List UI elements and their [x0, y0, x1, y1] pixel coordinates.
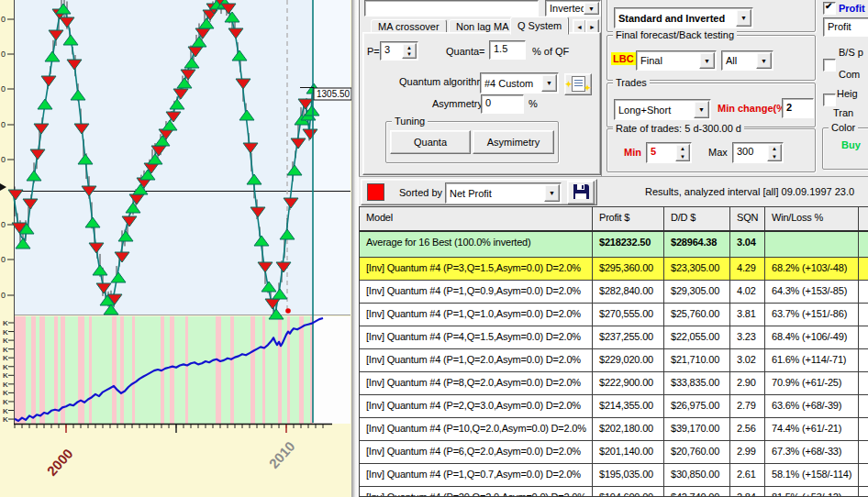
model-cell: [Inv] Quantum #4 (P=1,Q=0.9,Asym=0.0) D=…: [360, 281, 593, 303]
dd-cell: $25,760.00: [664, 304, 730, 326]
chevron-down-icon[interactable]: [544, 184, 560, 202]
algo-dropdown[interactable]: #4 Custom: [480, 72, 559, 94]
all-dropdown[interactable]: All: [721, 50, 773, 71]
tuning-quanta-button[interactable]: Quanta: [390, 130, 471, 154]
bs-points-checkbox[interactable]: [823, 59, 836, 72]
winloss-cell: 64.3% (+153/-85): [765, 281, 859, 303]
rate-of-trades-group: Rate of trades: 5 d-300.00 d Min 5 Max 3…: [606, 128, 816, 172]
svg-text:0: 0: [1, 220, 6, 229]
model-cell: [Inv] Quantum #4 (P=6,Q=2.0,Asym=0.0) D=…: [360, 441, 593, 463]
price-chart[interactable]: 00000000KKKKKKKKKKKK200020101305.50: [0, 0, 359, 497]
height-label: Heig: [837, 88, 858, 99]
inverted-dropdown[interactable]: Inverted: [545, 0, 601, 17]
table-header-row[interactable]: ModelProfit $D/D $SQNWin/Loss %: [360, 207, 868, 232]
chevron-down-icon[interactable]: [756, 52, 772, 69]
table-row[interactable]: [Inv] Quantum #4 (P=1,Q=0.9,Asym=0.0) D=…: [360, 281, 868, 304]
profit-checkbox[interactable]: [823, 2, 836, 15]
table-row[interactable]: [Inv] Quantum #4 (P=1,Q=1.0,Asym=0.0) D=…: [360, 304, 868, 326]
lbc-badge: LBC: [611, 52, 636, 65]
profit-cell: $194,600.00: [593, 487, 664, 497]
sort-marker-icon[interactable]: [367, 183, 384, 201]
table-row[interactable]: [Inv] Quantum #4 (P=10,Q=2.0,Asym=0.0) D…: [360, 418, 868, 441]
sqn-cell: 4.29: [730, 258, 765, 280]
sqn-header: SQN: [730, 207, 765, 230]
min-input[interactable]: 5: [646, 142, 692, 163]
transparency-label: Tran: [833, 107, 853, 118]
table-row-selected[interactable]: [Inv] Quantum #4 (P=3,Q=1.5,Asym=0.0) D=…: [360, 258, 868, 281]
query-input[interactable]: [364, 0, 539, 17]
quanta-input[interactable]: 1.5: [489, 40, 526, 60]
winloss-header: Win/Loss %: [765, 207, 859, 230]
profit-cell: $237,255.00: [593, 326, 664, 348]
chevron-down-icon[interactable]: [736, 9, 751, 27]
pane-splitter[interactable]: [351, 0, 359, 497]
tab-q-system[interactable]: Q System: [510, 17, 569, 35]
dd-cell: $28964.38: [664, 232, 730, 257]
final-forecast-group: Final forecast/Back testing LBC Final Al…: [606, 35, 816, 81]
p-spinner[interactable]: [402, 43, 417, 59]
empty-cell: [859, 281, 868, 303]
bs-points-label: B/S p: [839, 47, 863, 58]
chevron-down-icon[interactable]: [694, 101, 709, 118]
table-row[interactable]: [Inv] Quantum #4 (P=20,Q=2.0,Asym=0.0) D…: [360, 487, 868, 497]
max-spinner[interactable]: [767, 144, 782, 161]
min-spinner[interactable]: [675, 144, 690, 161]
p-input[interactable]: 3: [380, 41, 418, 61]
sqn-cell: 2.90: [730, 372, 765, 394]
table-row[interactable]: [Inv] Quantum #4 (P=6,Q=2.0,Asym=0.0) D=…: [360, 441, 868, 464]
chart-pane: 00000000KKKKKKKKKKKK200020101305.50: [0, 0, 359, 497]
table-row[interactable]: [Inv] Quantum #4 (P=8,Q=2.0,Asym=0.0) D=…: [360, 372, 868, 395]
svg-text:0: 0: [1, 84, 6, 94]
table-row[interactable]: [Inv] Quantum #4 (P=1,Q=2.0,Asym=0.0) D=…: [360, 349, 868, 372]
winloss-cell: 63.7% (+151/-86): [765, 304, 859, 326]
empty-cell: [859, 326, 868, 348]
profit-combo[interactable]: Profit: [823, 17, 868, 37]
model-cell: [Inv] Quantum #4 (P=2,Q=3.0,Asym=0.0) D=…: [360, 395, 593, 417]
sqn-cell: 3.81: [730, 304, 765, 326]
winloss-cell: 61.6% (+114/-71): [765, 349, 859, 371]
dd-cell: $29,305.00: [664, 281, 730, 303]
report-button[interactable]: ✦ ✦: [564, 73, 592, 95]
comments-checkbox[interactable]: [823, 94, 836, 106]
spinner-down-icon: [403, 51, 416, 59]
empty-cell: [859, 441, 868, 463]
chevron-down-icon[interactable]: [584, 2, 599, 15]
table-row[interactable]: [Inv] Quantum #4 (P=2,Q=3.0,Asym=0.0) D=…: [360, 395, 868, 418]
save-button[interactable]: [567, 181, 595, 204]
asymmetry-input[interactable]: 0: [481, 94, 524, 114]
tuning-asymmetry-button[interactable]: Asymimetry: [473, 130, 554, 154]
dd-cell: $20,760.00: [664, 441, 730, 463]
chevron-down-icon[interactable]: [699, 52, 715, 69]
profit-cell: $229,020.00: [593, 349, 664, 371]
chevron-down-icon[interactable]: [541, 74, 557, 92]
model-cell: [Inv] Quantum #4 (P=1,Q=0.7,Asym=0.0) D=…: [360, 464, 593, 486]
svg-text:K: K: [3, 381, 8, 389]
dd-cell: $39,170.00: [664, 418, 730, 440]
winloss-cell: 63.6% (+68/-39): [765, 395, 859, 417]
sparkle-icon: ✦: [584, 83, 591, 93]
mode-group: Standard and Inverted: [606, 0, 816, 32]
empty-cell: [859, 304, 868, 326]
summary-row[interactable]: Average for 16 Best (100.0% inverted)$21…: [360, 232, 868, 258]
trades-dropdown[interactable]: Long+Short: [614, 99, 711, 120]
sorted-by-dropdown[interactable]: Net Profit: [445, 182, 562, 204]
max-input[interactable]: 300: [732, 142, 784, 163]
min-change-input[interactable]: 2: [782, 98, 814, 118]
svg-text:K: K: [3, 346, 8, 354]
model-cell: [Inv] Quantum #4 (P=8,Q=2.0,Asym=0.0) D=…: [360, 372, 593, 394]
final-dropdown[interactable]: Final: [636, 50, 717, 71]
sqn-cell: 3.04: [730, 232, 765, 257]
results-table[interactable]: ModelProfit $D/D $SQNWin/Loss %Average f…: [359, 206, 868, 497]
display-panel: Profit Profit B/S p Com Heig Tran Color …: [820, 0, 868, 176]
dd-cell: $30,850.00: [664, 464, 730, 486]
mode-dropdown[interactable]: Standard and Inverted: [614, 7, 753, 28]
sqn-cell: 2.84: [730, 487, 765, 497]
empty-cell: [859, 372, 868, 394]
empty-cell: [859, 395, 868, 417]
empty-cell: [859, 258, 868, 280]
svg-text:K: K: [3, 398, 8, 406]
dd-header: D/D $: [664, 207, 730, 230]
model-cell: [Inv] Quantum #4 (P=4,Q=1.5,Asym=0.0) D=…: [360, 326, 593, 348]
table-row[interactable]: [Inv] Quantum #4 (P=4,Q=1.5,Asym=0.0) D=…: [360, 326, 868, 349]
table-row[interactable]: [Inv] Quantum #4 (P=1,Q=0.7,Asym=0.0) D=…: [360, 464, 868, 487]
